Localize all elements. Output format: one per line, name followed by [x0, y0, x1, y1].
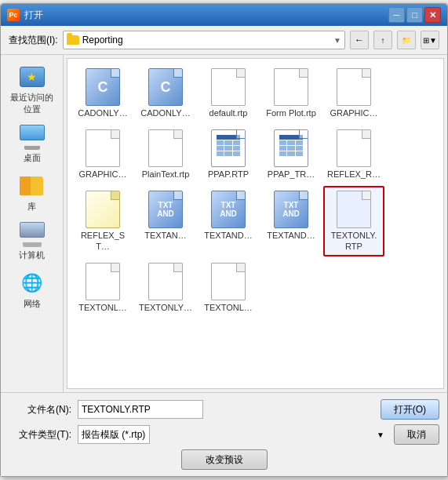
file-icon [211, 263, 246, 300]
app-icon: Pc [7, 9, 20, 21]
new-folder-button[interactable]: 📁 [397, 31, 416, 49]
file-icon [337, 129, 371, 167]
file-item[interactable]: Form Plot.rtp [260, 64, 322, 123]
file-name: REFLEX_R… [327, 169, 381, 180]
file-name: TEXTONLY.RTP [331, 231, 377, 251]
file-item[interactable]: PPAP.RTP [198, 125, 259, 184]
file-icon [86, 191, 120, 228]
file-item[interactable]: PPAP_TR… [260, 125, 322, 184]
file-icon [211, 68, 246, 106]
file-item[interactable]: TXTAND TEXTAND… [260, 186, 322, 256]
change-preset-button[interactable]: 改变预设 [181, 449, 268, 470]
filetype-row: 文件类型(T): 报告模版 (*.rtp) ▼ 取消 [9, 424, 439, 445]
file-name: TEXTAND… [204, 231, 253, 241]
desktop-icon [18, 125, 46, 150]
maximize-button[interactable]: □ [406, 7, 423, 23]
sidebar-item-desktop[interactable]: 桌面 [5, 122, 60, 167]
file-icon [148, 263, 183, 300]
title-bar-left: Pc 打开 [7, 9, 43, 22]
select-arrow-icon: ▼ [377, 431, 384, 439]
file-name: PPAP.RTP [208, 169, 249, 180]
path-selector[interactable]: Reporting ▼ [63, 31, 345, 49]
file-icon [274, 68, 308, 106]
file-icon: TXTAND [211, 191, 246, 228]
computer-icon [18, 222, 46, 247]
open-button[interactable]: 打开(O) [381, 399, 439, 420]
file-icon [337, 68, 371, 106]
filename-row: 文件名(N): 打开(O) [9, 399, 439, 420]
filetype-wrapper: 报告模版 (*.rtp) ▼ [78, 425, 388, 444]
recent-icon: ★ [18, 64, 46, 89]
sidebar-item-computer[interactable]: 计算机 [5, 219, 60, 264]
network-icon: 🌐 [18, 271, 46, 296]
main-area: ★ 最近访问的位置 桌面 库 [1, 55, 447, 392]
file-item[interactable]: default.rtp [198, 64, 259, 123]
file-name: TEXTONLY… [139, 303, 192, 313]
file-item[interactable]: GRAPHIC… [72, 125, 133, 184]
cancel-button[interactable]: 取消 [394, 424, 439, 445]
file-name: CADONLY… [140, 108, 190, 118]
filename-label: 文件名(N): [9, 403, 71, 416]
file-icon [274, 129, 308, 167]
computer-label: 计算机 [19, 249, 45, 261]
path-label: 查找范围(I): [9, 34, 58, 47]
close-button[interactable]: ✕ [424, 7, 441, 23]
file-item[interactable]: PlainText.rtp [135, 125, 196, 184]
filename-wrapper [78, 400, 374, 419]
file-name: TEXTAND… [267, 231, 315, 241]
file-icon: TXTAND [274, 191, 308, 228]
filetype-label: 文件类型(T): [9, 428, 71, 442]
library-icon [18, 173, 46, 198]
file-icon [86, 263, 120, 300]
file-name: GRAPHIC… [78, 169, 126, 180]
file-icon: TXTAND [148, 191, 183, 228]
file-name: PPAP_TR… [268, 169, 315, 180]
filename-input[interactable] [78, 400, 203, 419]
file-name: PlainText.rtp [142, 169, 190, 180]
minimize-button[interactable]: ─ [388, 7, 405, 23]
sidebar: ★ 最近访问的位置 桌面 库 [1, 55, 64, 392]
title-bar: Pc 打开 ─ □ ✕ [1, 4, 447, 26]
file-item[interactable]: TEXTONL… [72, 258, 133, 318]
sidebar-item-network[interactable]: 🌐 网络 [5, 267, 60, 313]
sidebar-item-library[interactable]: 库 [5, 170, 60, 216]
toolbar: 查找范围(I): Reporting ▼ ← ↑ 📁 ⊞▼ [1, 26, 447, 55]
file-name: TEXTAN… [144, 231, 187, 241]
file-name: CADONLY… [78, 108, 127, 118]
network-label: 网络 [24, 298, 41, 310]
up-button[interactable]: ↑ [373, 31, 392, 49]
file-item[interactable]: TXTAND TEXTAND… [198, 186, 259, 256]
folder-icon [67, 35, 79, 45]
current-path: Reporting [82, 35, 330, 45]
library-label: 库 [27, 201, 36, 213]
file-item[interactable]: REFLEX_R… [323, 125, 384, 184]
file-name: TEXTONL… [204, 303, 253, 313]
file-icon: C [86, 68, 120, 106]
file-area: C CADONLY… C CADONLY… default.rtp Form P… [67, 58, 444, 389]
filetype-select[interactable]: 报告模版 (*.rtp) [78, 425, 150, 444]
file-name: Form Plot.rtp [266, 108, 316, 118]
file-item[interactable]: REFLEX_ST… [72, 186, 133, 256]
file-item[interactable]: TXTAND TEXTAN… [135, 186, 196, 256]
bottom-btn-row: 改变预设 [9, 449, 439, 470]
dialog-title: 打开 [24, 9, 43, 22]
view-button[interactable]: ⊞▼ [421, 31, 439, 49]
file-item-selected[interactable]: TEXTONLY.RTP [323, 186, 384, 256]
title-controls: ─ □ ✕ [388, 7, 441, 23]
file-item[interactable]: C CADONLY… [72, 64, 133, 123]
file-icon [148, 129, 183, 167]
sidebar-item-recent[interactable]: ★ 最近访问的位置 [5, 61, 60, 118]
recent-label: 最近访问的位置 [9, 92, 55, 115]
desktop-label: 桌面 [24, 152, 41, 164]
file-item[interactable]: GRAPHIC… [323, 64, 384, 123]
file-name: GRAPHIC… [330, 108, 377, 118]
file-item[interactable]: TEXTONLY… [135, 258, 196, 318]
file-item[interactable]: C CADONLY… [135, 64, 196, 123]
back-button[interactable]: ← [350, 31, 369, 49]
file-name: REFLEX_ST… [75, 231, 130, 251]
bottom-area: 文件名(N): 打开(O) 文件类型(T): 报告模版 (*.rtp) ▼ 取消… [1, 392, 447, 476]
file-icon: C [148, 68, 183, 106]
file-icon [211, 129, 246, 167]
path-dropdown-arrow: ▼ [333, 36, 341, 45]
file-item[interactable]: TEXTONL… [198, 258, 259, 318]
